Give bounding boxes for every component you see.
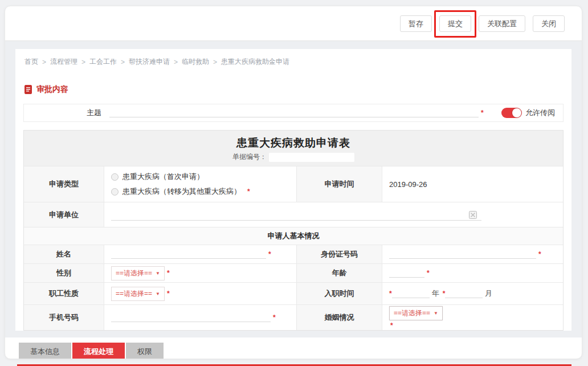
save-draft-button[interactable]: 暂存	[400, 15, 432, 32]
marital-select[interactable]: ==请选择== ▼	[389, 306, 443, 320]
tabs-bar: 基本信息 流程处理 权限	[5, 343, 582, 359]
breadcrumb-item-temp-relief[interactable]: 临时救助	[182, 57, 209, 67]
form-title: 患重大疾病救助申请表	[236, 136, 350, 151]
required-asterisk: *	[268, 250, 271, 258]
radio-option-transfer[interactable]: 患重大疾病（转移为其他重大疾病） *	[111, 186, 250, 197]
approval-section-header: 审批内容	[24, 84, 562, 95]
section-title: 审批内容	[36, 84, 68, 95]
breadcrumb-separator: >	[81, 58, 85, 66]
gender-select[interactable]: ==请选择== ▼	[111, 266, 165, 280]
related-config-button[interactable]: 关联配置	[479, 15, 525, 32]
required-asterisk: *	[167, 290, 170, 298]
breadcrumb-item-current-page: 患重大疾病救助金申请	[221, 57, 289, 67]
hire-date-field: * 年 * 月	[382, 282, 563, 304]
required-asterisk: *	[273, 314, 276, 322]
doc-number-value	[269, 153, 354, 162]
subject-label: 主题	[24, 108, 109, 118]
form-title-row: 患重大疾病救助申请表 单据编号：	[24, 131, 563, 166]
breadcrumb-item-union-work[interactable]: 工会工作	[89, 57, 117, 67]
breadcrumb-item-process-mgmt[interactable]: 流程管理	[50, 57, 77, 67]
apply-type-label: 申请类型	[24, 166, 104, 202]
id-number-label: 身份证号码	[296, 245, 382, 263]
mobile-label: 手机号码	[24, 304, 104, 330]
marital-label: 婚姻情况	[296, 304, 382, 330]
required-asterisk: *	[167, 269, 170, 277]
radio-icon[interactable]	[111, 173, 119, 181]
apply-time-label: 申请时间	[296, 166, 382, 202]
mobile-input[interactable]	[111, 314, 271, 322]
mobile-field: *	[104, 304, 296, 330]
marital-field: ==请选择== ▼ *	[382, 304, 563, 330]
gender-field: ==请选择== ▼ *	[104, 263, 296, 282]
year-label: 年	[432, 288, 439, 299]
chevron-down-icon: ▼	[156, 271, 160, 276]
breadcrumb-separator: >	[213, 58, 217, 66]
name-input[interactable]	[111, 250, 266, 259]
hire-year-input[interactable]	[392, 290, 430, 298]
radio-option-first-apply[interactable]: 患重大疾病（首次申请）	[111, 172, 204, 182]
select-placeholder: ==请选择==	[116, 269, 152, 278]
apply-unit-label: 申请单位	[24, 202, 104, 227]
chevron-down-icon: ▼	[434, 311, 438, 316]
breadcrumb-separator: >	[174, 58, 178, 66]
hire-month-input[interactable]	[445, 290, 483, 298]
toolbar: 暂存 提交 关联配置 关闭	[5, 6, 582, 41]
name-label: 姓名	[24, 245, 104, 263]
required-asterisk: *	[481, 109, 484, 117]
radio-label: 患重大疾病（转移为其他重大疾病）	[122, 186, 241, 197]
id-number-field: *	[382, 245, 563, 263]
applicant-section-title: 申请人基本情况	[24, 227, 563, 245]
subject-input[interactable]	[109, 109, 479, 117]
breadcrumb: 首页 > 流程管理 > 工会工作 > 帮扶济难申请 > 临时救助 > 患重大疾病…	[23, 55, 564, 69]
name-field: *	[104, 245, 296, 263]
gender-label: 性别	[24, 263, 104, 282]
id-number-input[interactable]	[389, 250, 536, 259]
content-panel: 首页 > 流程管理 > 工会工作 > 帮扶济难申请 > 临时救助 > 患重大疾病…	[15, 49, 571, 331]
breadcrumb-item-assistance-apply[interactable]: 帮扶济难申请	[129, 57, 170, 67]
age-input[interactable]	[389, 269, 424, 278]
apply-type-options: 患重大疾病（首次申请） 患重大疾病（转移为其他重大疾病） *	[104, 166, 296, 202]
required-asterisk: *	[247, 188, 250, 196]
apply-time-value: 2019-09-26	[382, 166, 563, 202]
radio-icon[interactable]	[111, 188, 119, 196]
breadcrumb-item-home[interactable]: 首页	[24, 57, 38, 67]
toggle-knob	[512, 108, 521, 117]
select-placeholder: ==请选择==	[116, 289, 152, 299]
doc-number-row: 单据编号：	[232, 152, 354, 162]
apply-unit-field	[104, 202, 563, 227]
required-asterisk: *	[390, 322, 393, 330]
select-placeholder: ==请选择==	[394, 308, 430, 318]
apply-unit-input[interactable]	[111, 209, 481, 221]
age-label: 年龄	[296, 263, 382, 282]
submit-button[interactable]: 提交	[439, 15, 471, 32]
org-picker-icon[interactable]	[469, 211, 477, 219]
circulation-toggle-group: 允许传阅	[501, 108, 555, 118]
main-window: 暂存 提交 关联配置 关闭 首页 > 流程管理 > 工会工作 > 帮扶济难申请 …	[5, 6, 582, 359]
employee-type-field: ==请选择== ▼ *	[104, 282, 296, 304]
application-form-table: 患重大疾病救助申请表 单据编号： 申请类型 患重大疾病（首次申请）	[23, 130, 564, 331]
required-asterisk: *	[538, 250, 541, 258]
doc-number-label: 单据编号：	[232, 152, 267, 162]
age-field: *	[382, 263, 563, 282]
radio-label: 患重大疾病（首次申请）	[122, 172, 204, 182]
breadcrumb-separator: >	[42, 58, 46, 66]
allow-circulation-label: 允许传阅	[525, 108, 555, 118]
tab-permissions[interactable]: 权限	[126, 343, 164, 359]
allow-circulation-toggle[interactable]	[501, 108, 522, 118]
hire-date-label: 入职时间	[296, 282, 382, 304]
employee-type-label: 职工性质	[24, 282, 104, 304]
tab-process-handling[interactable]: 流程处理	[72, 343, 125, 359]
required-asterisk: *	[427, 269, 430, 277]
chevron-down-icon: ▼	[156, 291, 160, 296]
employee-type-select[interactable]: ==请选择== ▼	[111, 287, 165, 301]
month-label: 月	[485, 288, 492, 299]
footer: 基本信息 流程处理 权限	[5, 337, 582, 359]
submit-button-wrap: 提交	[439, 15, 471, 32]
breadcrumb-separator: >	[121, 58, 125, 66]
content-band: 首页 > 流程管理 > 工会工作 > 帮扶济难申请 > 临时救助 > 患重大疾病…	[5, 41, 582, 337]
document-icon	[24, 85, 32, 94]
subject-row: 主题 * 允许传阅	[23, 104, 564, 122]
tab-basic-info[interactable]: 基本信息	[19, 343, 71, 359]
close-button[interactable]: 关闭	[533, 15, 565, 32]
